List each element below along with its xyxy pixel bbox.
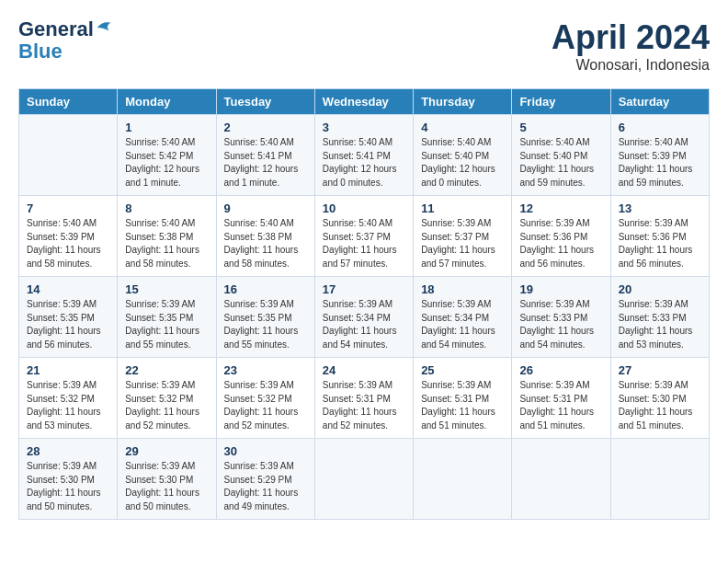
calendar-cell: 1Sunrise: 5:40 AM Sunset: 5:42 PM Daylig…	[118, 115, 216, 196]
calendar-cell: 28Sunrise: 5:39 AM Sunset: 5:30 PM Dayli…	[19, 439, 118, 520]
day-info: Sunrise: 5:39 AM Sunset: 5:35 PM Dayligh…	[224, 298, 307, 351]
day-info: Sunrise: 5:40 AM Sunset: 5:39 PM Dayligh…	[619, 136, 701, 190]
calendar-cell: 8Sunrise: 5:40 AM Sunset: 5:38 PM Daylig…	[118, 196, 216, 277]
weekday-header-cell: Thursday	[414, 89, 512, 115]
calendar-cell: 15Sunrise: 5:39 AM Sunset: 5:35 PM Dayli…	[118, 277, 216, 358]
day-info: Sunrise: 5:39 AM Sunset: 5:30 PM Dayligh…	[125, 460, 208, 513]
calendar-cell	[512, 439, 610, 520]
calendar-cell: 5Sunrise: 5:40 AM Sunset: 5:40 PM Daylig…	[512, 115, 610, 196]
calendar-cell	[19, 115, 118, 196]
weekday-header-row: SundayMondayTuesdayWednesdayThursdayFrid…	[19, 89, 710, 115]
day-info: Sunrise: 5:40 AM Sunset: 5:38 PM Dayligh…	[125, 217, 208, 270]
calendar-cell: 30Sunrise: 5:39 AM Sunset: 5:29 PM Dayli…	[216, 439, 314, 520]
calendar-cell: 9Sunrise: 5:40 AM Sunset: 5:38 PM Daylig…	[216, 196, 314, 277]
calendar-cell: 20Sunrise: 5:39 AM Sunset: 5:33 PM Dayli…	[610, 277, 709, 358]
day-info: Sunrise: 5:39 AM Sunset: 5:29 PM Dayligh…	[224, 460, 307, 513]
calendar-week-row: 1Sunrise: 5:40 AM Sunset: 5:42 PM Daylig…	[19, 115, 710, 196]
day-info: Sunrise: 5:39 AM Sunset: 5:36 PM Dayligh…	[519, 217, 602, 270]
day-number: 3	[323, 121, 405, 134]
weekday-header-cell: Wednesday	[314, 89, 413, 115]
day-number: 19	[519, 282, 602, 296]
location: Wonosari, Indonesia	[552, 57, 710, 74]
day-number: 4	[421, 121, 504, 134]
weekday-header-cell: Friday	[512, 89, 610, 115]
day-info: Sunrise: 5:39 AM Sunset: 5:33 PM Dayligh…	[619, 298, 701, 351]
calendar-cell: 22Sunrise: 5:39 AM Sunset: 5:32 PM Dayli…	[118, 358, 216, 439]
calendar-cell: 3Sunrise: 5:40 AM Sunset: 5:41 PM Daylig…	[314, 115, 413, 196]
day-number: 26	[519, 363, 602, 377]
calendar-cell: 23Sunrise: 5:39 AM Sunset: 5:32 PM Dayli…	[216, 358, 314, 439]
day-number: 5	[519, 121, 602, 134]
day-info: Sunrise: 5:39 AM Sunset: 5:31 PM Dayligh…	[421, 379, 504, 432]
calendar-week-row: 28Sunrise: 5:39 AM Sunset: 5:30 PM Dayli…	[19, 439, 710, 520]
calendar-cell: 12Sunrise: 5:39 AM Sunset: 5:36 PM Dayli…	[512, 196, 610, 277]
day-number: 14	[27, 282, 109, 296]
day-info: Sunrise: 5:40 AM Sunset: 5:40 PM Dayligh…	[421, 136, 504, 190]
logo-text: General	[18, 18, 112, 40]
day-info: Sunrise: 5:39 AM Sunset: 5:30 PM Dayligh…	[27, 460, 109, 513]
day-number: 17	[323, 282, 405, 296]
calendar-week-row: 21Sunrise: 5:39 AM Sunset: 5:32 PM Dayli…	[19, 358, 710, 439]
weekday-header-cell: Monday	[118, 89, 216, 115]
calendar-cell: 2Sunrise: 5:40 AM Sunset: 5:41 PM Daylig…	[216, 115, 314, 196]
calendar-cell: 26Sunrise: 5:39 AM Sunset: 5:31 PM Dayli…	[512, 358, 610, 439]
day-number: 28	[27, 444, 109, 458]
day-number: 25	[421, 363, 504, 377]
month-title: April 2024	[552, 18, 710, 57]
day-number: 22	[125, 363, 208, 377]
calendar-cell: 21Sunrise: 5:39 AM Sunset: 5:32 PM Dayli…	[19, 358, 118, 439]
day-number: 10	[323, 201, 405, 215]
day-number: 15	[125, 282, 208, 296]
day-info: Sunrise: 5:39 AM Sunset: 5:34 PM Dayligh…	[421, 298, 504, 351]
calendar-table: SundayMondayTuesdayWednesdayThursdayFrid…	[18, 88, 710, 520]
day-info: Sunrise: 5:40 AM Sunset: 5:39 PM Dayligh…	[27, 217, 109, 270]
title-block: April 2024 Wonosari, Indonesia	[552, 18, 710, 74]
day-number: 11	[421, 201, 504, 215]
day-number: 18	[421, 282, 504, 296]
day-info: Sunrise: 5:39 AM Sunset: 5:30 PM Dayligh…	[619, 379, 701, 432]
weekday-header-cell: Tuesday	[216, 89, 314, 115]
page-header: General Blue April 2024 Wonosari, Indone…	[18, 18, 710, 74]
calendar-cell: 18Sunrise: 5:39 AM Sunset: 5:34 PM Dayli…	[414, 277, 512, 358]
calendar-body: 1Sunrise: 5:40 AM Sunset: 5:42 PM Daylig…	[19, 115, 710, 520]
calendar-cell: 29Sunrise: 5:39 AM Sunset: 5:30 PM Dayli…	[118, 439, 216, 520]
calendar-cell: 6Sunrise: 5:40 AM Sunset: 5:39 PM Daylig…	[610, 115, 709, 196]
logo: General Blue	[18, 18, 112, 63]
day-info: Sunrise: 5:39 AM Sunset: 5:32 PM Dayligh…	[224, 379, 307, 432]
day-info: Sunrise: 5:39 AM Sunset: 5:32 PM Dayligh…	[125, 379, 208, 432]
logo-bird-icon	[96, 19, 112, 36]
logo-blue: Blue	[18, 40, 112, 63]
day-info: Sunrise: 5:40 AM Sunset: 5:37 PM Dayligh…	[323, 217, 405, 270]
calendar-cell: 4Sunrise: 5:40 AM Sunset: 5:40 PM Daylig…	[414, 115, 512, 196]
calendar-cell	[610, 439, 709, 520]
day-number: 6	[619, 121, 701, 134]
day-info: Sunrise: 5:40 AM Sunset: 5:40 PM Dayligh…	[519, 136, 602, 190]
calendar-cell: 10Sunrise: 5:40 AM Sunset: 5:37 PM Dayli…	[314, 196, 413, 277]
calendar-week-row: 14Sunrise: 5:39 AM Sunset: 5:35 PM Dayli…	[19, 277, 710, 358]
weekday-header-cell: Sunday	[19, 89, 118, 115]
day-info: Sunrise: 5:39 AM Sunset: 5:34 PM Dayligh…	[323, 298, 405, 351]
day-number: 29	[125, 444, 208, 458]
calendar-cell	[314, 439, 413, 520]
calendar-cell: 16Sunrise: 5:39 AM Sunset: 5:35 PM Dayli…	[216, 277, 314, 358]
day-number: 27	[619, 363, 701, 377]
day-info: Sunrise: 5:39 AM Sunset: 5:31 PM Dayligh…	[323, 379, 405, 432]
day-info: Sunrise: 5:39 AM Sunset: 5:32 PM Dayligh…	[27, 379, 109, 432]
day-info: Sunrise: 5:40 AM Sunset: 5:42 PM Dayligh…	[125, 136, 208, 190]
calendar-cell	[414, 439, 512, 520]
day-number: 21	[27, 363, 109, 377]
calendar-cell: 7Sunrise: 5:40 AM Sunset: 5:39 PM Daylig…	[19, 196, 118, 277]
day-number: 8	[125, 201, 208, 215]
calendar-cell: 24Sunrise: 5:39 AM Sunset: 5:31 PM Dayli…	[314, 358, 413, 439]
day-info: Sunrise: 5:40 AM Sunset: 5:38 PM Dayligh…	[224, 217, 307, 270]
day-number: 13	[619, 201, 701, 215]
day-info: Sunrise: 5:40 AM Sunset: 5:41 PM Dayligh…	[224, 136, 307, 190]
calendar-cell: 14Sunrise: 5:39 AM Sunset: 5:35 PM Dayli…	[19, 277, 118, 358]
day-info: Sunrise: 5:39 AM Sunset: 5:36 PM Dayligh…	[619, 217, 701, 270]
calendar-week-row: 7Sunrise: 5:40 AM Sunset: 5:39 PM Daylig…	[19, 196, 710, 277]
calendar-cell: 27Sunrise: 5:39 AM Sunset: 5:30 PM Dayli…	[610, 358, 709, 439]
day-info: Sunrise: 5:39 AM Sunset: 5:35 PM Dayligh…	[27, 298, 109, 351]
calendar-cell: 13Sunrise: 5:39 AM Sunset: 5:36 PM Dayli…	[610, 196, 709, 277]
day-number: 9	[224, 201, 307, 215]
weekday-header-cell: Saturday	[610, 89, 709, 115]
